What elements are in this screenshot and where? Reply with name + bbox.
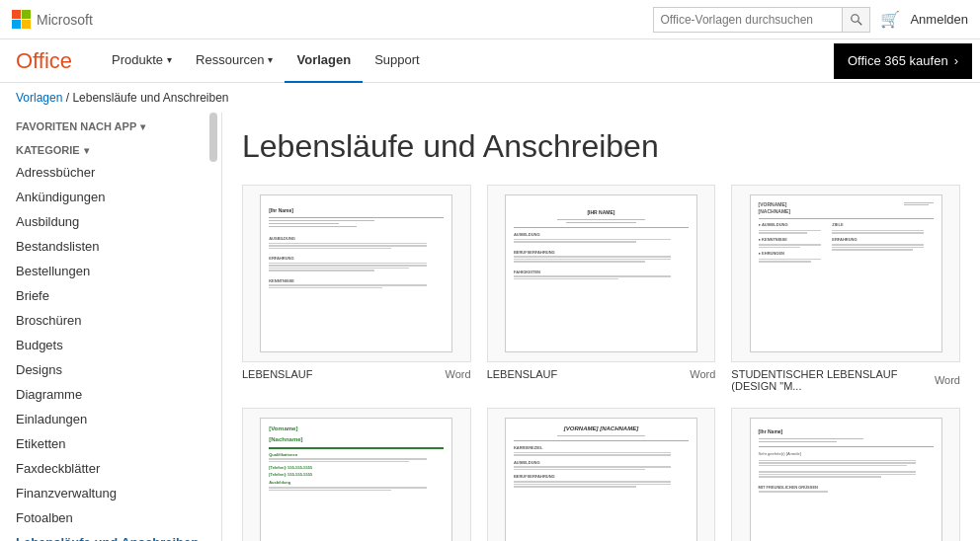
ms-grid-red [12,10,21,19]
sidebar-item-adressbuecher[interactable]: Adressbücher [0,160,221,185]
template-card-4[interactable]: [Vorname] [Nachname] Qualifikationen [Te… [242,408,471,541]
chevron-down-icon: ▾ [167,54,172,65]
sidebar-item-ausbildung[interactable]: Ausbildung [0,209,221,234]
sidebar-item-ankuendigungen[interactable]: Ankündigungen [0,185,221,209]
doc-preview-5: [VORNAME] [NACHNAME] KARRIEREZIEL AUSBIL… [505,418,697,541]
chevron-right-icon: › [954,53,958,68]
ms-logo-grid [12,10,31,29]
template-app-2: Word [690,368,715,380]
sidebar-item-finanzverwaltung[interactable]: Finanzverwaltung [0,481,221,505]
template-thumb-3: [VORNAME] [NACHNAME] ● AUSBILDUNG [731,185,960,362]
sidebar-favorites-section[interactable]: FAVORITEN NACH APP ▾ [0,113,221,136]
ms-grid-blue [12,20,21,29]
ms-grid-yellow [22,20,31,29]
nav-item-support[interactable]: Support [363,39,432,83]
breadcrumb-parent[interactable]: Vorlagen [16,91,62,105]
search-icon[interactable] [842,8,869,32]
template-thumb-1: [Ihr Name] AUSBILDUNG ERFAHRUNG KE [242,185,471,362]
template-card-3[interactable]: [VORNAME] [NACHNAME] ● AUSBILDUNG [731,185,960,392]
nav-item-ressourcen[interactable]: Ressourcen ▾ [184,39,285,83]
template-thumb-6: [Ihr Name] Sehr geehrte(r) [Anrede] MIT … [731,408,960,541]
doc-preview-3: [VORNAME] [NACHNAME] ● AUSBILDUNG [750,194,942,352]
sidebar-item-bestandslisten[interactable]: Bestandslisten [0,234,221,259]
sidebar-item-broschueren[interactable]: Broschüren [0,308,221,333]
buy-button[interactable]: Office 365 kaufen › [834,43,972,79]
template-app-1: Word [446,368,471,380]
template-thumb-2: [IHR NAME] AUSBILDUNG BERUFSERFAHRUNG FÄ… [487,185,716,362]
breadcrumb: Vorlagen / Lebensläufe und Anschreiben [0,83,980,113]
doc-preview-4: [Vorname] [Nachname] Qualifikationen [Te… [260,418,452,541]
sidebar-category-section[interactable]: KATEGORIE ▾ [0,136,221,160]
breadcrumb-current: Lebensläufe und Anschreiben [72,91,228,105]
ms-grid-green [22,10,31,19]
ms-logo-text: Microsoft [37,12,93,28]
template-thumb-5: [VORNAME] [NACHNAME] KARRIEREZIEL AUSBIL… [487,408,716,541]
template-name-3: STUDENTISCHER LEBENSLAUF (DESIGN "M... [731,368,935,392]
sidebar-item-diagramme[interactable]: Diagramme [0,382,221,407]
sidebar-item-briefe[interactable]: Briefe [0,283,221,308]
sidebar-item-etiketten[interactable]: Etiketten [0,431,221,456]
doc-preview-1: [Ihr Name] AUSBILDUNG ERFAHRUNG KE [260,194,452,352]
template-card-2[interactable]: [IHR NAME] AUSBILDUNG BERUFSERFAHRUNG FÄ… [487,185,716,392]
template-info-3: STUDENTISCHER LEBENSLAUF (DESIGN "M... W… [731,368,960,392]
doc-preview-2: [IHR NAME] AUSBILDUNG BERUFSERFAHRUNG FÄ… [505,194,697,352]
sidebar-item-lebenslaeufe[interactable]: Lebensläufe und Anschreiben [0,530,221,541]
search-bar-container [653,7,870,33]
templates-grid: [Ihr Name] AUSBILDUNG ERFAHRUNG KE [242,185,960,541]
page-title: Lebensläufe und Anschreiben [242,128,960,165]
search-input[interactable] [654,13,842,27]
nav-item-vorlagen[interactable]: Vorlagen [285,39,363,83]
top-bar: Microsoft 🛒 Anmelden [0,0,980,39]
scrollbar[interactable] [209,113,217,162]
sidebar-item-designs[interactable]: Designs [0,357,221,382]
template-card-5[interactable]: [VORNAME] [NACHNAME] KARRIEREZIEL AUSBIL… [487,408,716,541]
chevron-down-icon: ▾ [268,54,273,65]
template-card-6[interactable]: [Ihr Name] Sehr geehrte(r) [Anrede] MIT … [731,408,960,541]
template-info-2: LEBENSLAUF Word [487,368,716,380]
sidebar-item-einladungen[interactable]: Einladungen [0,407,221,431]
signin-button[interactable]: Anmelden [910,12,968,27]
template-card-1[interactable]: [Ihr Name] AUSBILDUNG ERFAHRUNG KE [242,185,471,392]
template-name-1: LEBENSLAUF [242,368,313,380]
sidebar-item-budgets[interactable]: Budgets [0,333,221,357]
doc-preview-6: [Ihr Name] Sehr geehrte(r) [Anrede] MIT … [750,418,942,541]
template-name-2: LEBENSLAUF [487,368,558,380]
chevron-down-icon: ▾ [140,121,145,132]
sidebar-item-faxdeckblaetter[interactable]: Faxdeckblätter [0,456,221,481]
content-area: FAVORITEN NACH APP ▾ KATEGORIE ▾ Adressb… [0,113,980,541]
nav-bar: Office Produkte ▾ Ressourcen ▾ Vorlagen … [0,39,980,83]
template-app-3: Word [935,374,960,386]
template-info-1: LEBENSLAUF Word [242,368,471,380]
ms-logo: Microsoft [12,10,93,29]
sidebar-item-fotoalben[interactable]: Fotoalben [0,505,221,530]
cart-icon[interactable]: 🛒 [880,10,900,29]
breadcrumb-separator: / [66,91,69,105]
nav-item-produkte[interactable]: Produkte ▾ [100,39,184,83]
svg-line-1 [858,21,861,25]
main-content: Lebensläufe und Anschreiben [Ihr Name] A… [222,113,980,541]
office-brand[interactable]: Office [8,48,80,74]
chevron-down-icon: ▾ [84,145,89,156]
svg-point-0 [852,14,859,22]
sidebar-item-bestellungen[interactable]: Bestellungen [0,259,221,283]
sidebar: FAVORITEN NACH APP ▾ KATEGORIE ▾ Adressb… [0,113,222,541]
template-thumb-4: [Vorname] [Nachname] Qualifikationen [Te… [242,408,471,541]
